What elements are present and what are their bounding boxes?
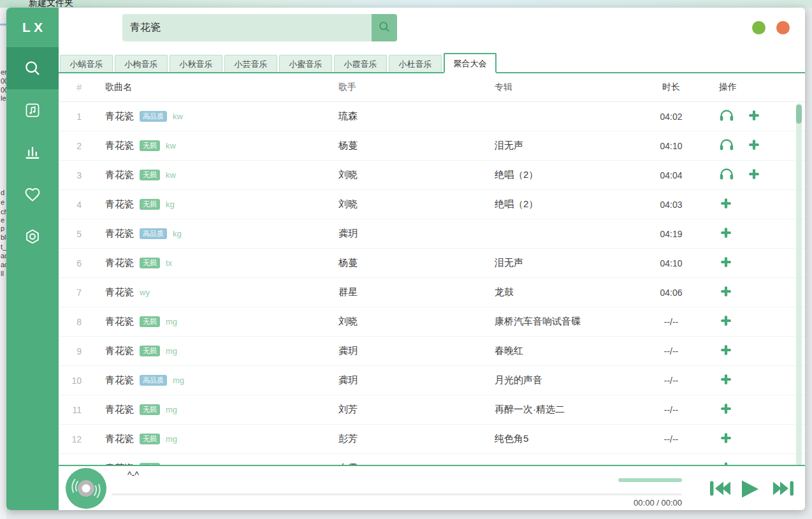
add-button[interactable]: [747, 167, 761, 183]
add-button[interactable]: [747, 108, 761, 124]
background-text-fragment: le: [1, 95, 6, 102]
add-button[interactable]: [719, 284, 733, 300]
search-button[interactable]: [372, 14, 397, 41]
song-number: 9: [59, 346, 94, 356]
add-button[interactable]: [719, 431, 733, 447]
search-input[interactable]: [122, 14, 372, 41]
close-button[interactable]: [776, 21, 790, 34]
action-cell: [700, 402, 805, 418]
tab-item[interactable]: 小秋音乐: [170, 55, 222, 72]
play-button[interactable]: [739, 479, 760, 501]
app-window: LX 小蜗音乐小枸音乐小秋音乐小芸音乐小蜜音乐小霞音乐小杜音乐聚合大会 # 歌曲: [6, 8, 805, 510]
background-text-fragment: t_: [1, 244, 6, 251]
tab-item[interactable]: 小芸音乐: [224, 55, 277, 72]
action-cell: [700, 431, 805, 447]
add-button[interactable]: [747, 138, 761, 154]
table-row[interactable]: 4青花瓷无损kg刘晓绝唱（2）04:03: [59, 190, 805, 219]
tab-item[interactable]: 小枸音乐: [115, 55, 168, 72]
volume-bar[interactable]: [618, 478, 682, 482]
listen-button[interactable]: [719, 167, 734, 183]
background-window-fragment: [0, 24, 6, 26]
plus-icon: [747, 138, 761, 154]
table-row[interactable]: 2青花瓷无损kw杨蔓泪无声04:10: [59, 131, 805, 161]
singer-cell: 刘晓: [338, 169, 495, 181]
add-button[interactable]: [719, 255, 733, 271]
table-row[interactable]: 8青花瓷无损mg刘晓康桥汽车音响试音碟--/--: [59, 307, 805, 337]
table-row[interactable]: 1青花瓷高品质kw琉森04:02: [59, 102, 805, 131]
quality-badge: 无损: [140, 170, 160, 180]
header-song-name: 歌曲名: [94, 82, 338, 93]
add-button[interactable]: [719, 402, 733, 418]
table-row[interactable]: 12青花瓷无损mg彭芳纯色角5--/--: [59, 425, 805, 454]
scrollbar-thumb[interactable]: [796, 105, 802, 124]
scrollbar-track[interactable]: [796, 103, 802, 465]
tab-item[interactable]: 小蜗音乐: [60, 55, 113, 72]
plus-icon: [719, 402, 733, 418]
action-cell: [700, 372, 805, 388]
duration-cell: --/--: [642, 346, 700, 356]
player-bar: ^-^ 00:00 / 00:00: [59, 465, 805, 510]
sidebar-item-settings[interactable]: [6, 216, 59, 258]
table-row[interactable]: 11青花瓷无损mg刘芳再醉一次·精选二--/--: [59, 395, 805, 425]
plus-icon: [719, 372, 733, 388]
table-row[interactable]: 3青花瓷无损kw刘晓绝唱（2）04:04: [59, 161, 805, 190]
song-number: 6: [59, 258, 94, 268]
sidebar-item-search[interactable]: [6, 47, 59, 89]
table-row[interactable]: 9青花瓷无损mg龚玥春晚红--/--: [59, 337, 805, 366]
add-button[interactable]: [719, 226, 733, 242]
action-cell: [700, 314, 805, 330]
progress-bar[interactable]: [112, 493, 682, 495]
add-button[interactable]: [719, 343, 733, 359]
listen-button[interactable]: [719, 108, 734, 124]
singer-cell: 群星: [338, 286, 495, 298]
tab-item[interactable]: 小蜜音乐: [279, 55, 332, 72]
previous-track-button[interactable]: [709, 479, 731, 499]
quality-badge: 无损: [140, 404, 160, 415]
sidebar-item-favorites[interactable]: [6, 173, 59, 216]
add-button[interactable]: [719, 372, 733, 388]
source-label: wy: [140, 288, 150, 297]
album-cell: 再醉一次·精选二: [495, 404, 642, 416]
next-track-button[interactable]: [772, 479, 794, 499]
plus-icon: [719, 196, 733, 212]
song-number: 5: [59, 229, 94, 239]
quality-badge: 高品质: [140, 228, 167, 239]
table-row[interactable]: 6青花瓷无损tx杨蔓泪无声04:10: [59, 249, 805, 278]
duration-cell: 04:03: [642, 200, 700, 210]
desktop-background-strip: [0, 0, 812, 8]
add-button[interactable]: [719, 196, 733, 212]
background-text-fragment: ac: [1, 261, 6, 268]
album-cell: 泪无声: [495, 257, 642, 269]
quality-badge: 高品质: [140, 375, 167, 386]
table-row[interactable]: 10青花瓷高品质mg龚玥月光的声音--/--: [59, 366, 805, 395]
search-bar: [122, 14, 397, 41]
tab-item[interactable]: 小霞音乐: [334, 55, 387, 72]
add-button[interactable]: [719, 314, 733, 330]
source-label: kw: [166, 170, 176, 180]
quality-badge: 无损: [140, 258, 160, 268]
plus-icon: [747, 167, 761, 183]
tab-item[interactable]: 小杜音乐: [389, 55, 442, 72]
listen-button[interactable]: [719, 138, 734, 154]
duration-cell: 04:04: [642, 170, 700, 180]
leaderboard-icon: [24, 143, 41, 161]
minimize-button[interactable]: [752, 21, 765, 34]
action-cell: [700, 108, 805, 124]
album-cell: 月光的声音: [495, 374, 642, 386]
header-number: #: [59, 82, 94, 92]
sidebar-item-my-music[interactable]: [6, 89, 59, 131]
song-number: 12: [59, 434, 94, 444]
next-icon: [772, 490, 794, 499]
sidebar-item-leaderboard[interactable]: [6, 131, 59, 173]
tab-item[interactable]: 聚合大会: [444, 53, 497, 73]
action-cell: [700, 226, 805, 242]
table-row[interactable]: 7青花瓷wy群星龙鼓04:06: [59, 278, 805, 307]
plus-icon: [719, 226, 733, 242]
album-disc-icon[interactable]: [66, 468, 106, 510]
table-row[interactable]: 5青花瓷高品质kg龚玥04:19: [59, 219, 805, 249]
duration-cell: --/--: [642, 405, 700, 415]
table-header: # 歌曲名 歌手 专辑 时长 操作: [59, 73, 805, 102]
action-cell: [700, 196, 805, 212]
song-name: 青花瓷: [105, 140, 134, 152]
song-name: 青花瓷: [105, 316, 134, 328]
